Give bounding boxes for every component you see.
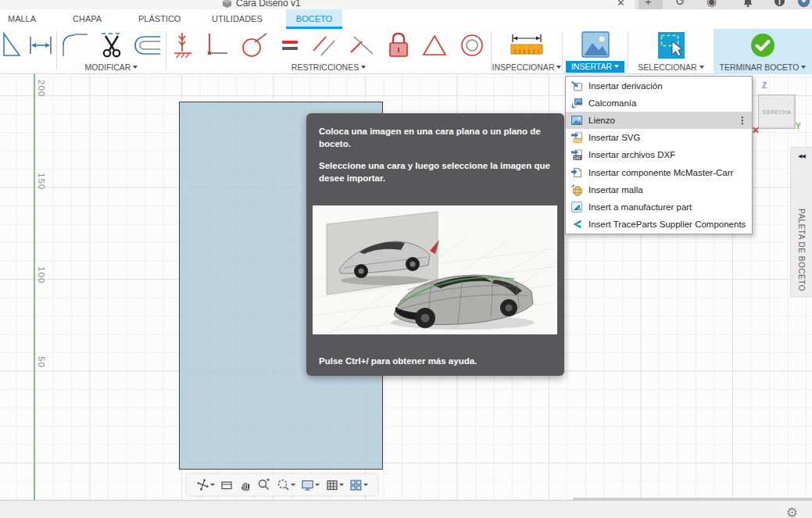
look-at-icon[interactable] — [220, 479, 233, 491]
chevron-down-icon — [699, 66, 704, 69]
measure-ruler-icon[interactable] — [508, 32, 546, 59]
manufacturer-part-icon — [571, 201, 583, 213]
menu-item-insertar-malla[interactable]: Insertar malla — [566, 181, 752, 198]
trim-scissors-icon[interactable] — [95, 31, 127, 59]
tooltip-paragraph: Seleccione una cara y luego seleccione l… — [319, 160, 553, 184]
pan-icon[interactable] — [239, 479, 252, 491]
axis-z-label: Z — [762, 81, 767, 90]
toolbar-group-inspeccionar: INSPECCIONAR — [492, 29, 562, 74]
tooltip-paragraph: Coloca una imagen en una cara plana o un… — [319, 126, 553, 150]
traceparts-icon — [571, 218, 583, 230]
orbit-icon[interactable] — [196, 478, 215, 491]
ruler-label: 100 — [37, 266, 46, 284]
toolbar-group-restricciones: RESTRICCIONES — [166, 29, 491, 74]
more-options-icon[interactable]: ⋮ — [738, 116, 747, 124]
menu-item-label: Insertar archivos DXF — [588, 150, 675, 159]
toolbar-tab-bar: MALLA CHAPA PLÁSTICO UTILIDADES BOCETO — [0, 9, 812, 29]
menu-item-calcomania[interactable]: Calcomanía — [566, 95, 752, 112]
equal-constraint-icon[interactable] — [278, 34, 302, 57]
menu-item-insertar-dxf[interactable]: DXF Insertar archivos DXF — [566, 146, 752, 163]
insert-mesh-icon — [571, 184, 583, 196]
menu-item-traceparts[interactable]: Insert TraceParts Supplier Components — [566, 216, 752, 233]
view-cube[interactable]: Z DERECHA Y — [749, 81, 812, 136]
notifications-bell-icon[interactable] — [742, 0, 753, 8]
menu-item-insertar-derivacion[interactable]: Insertar derivación — [566, 77, 752, 95]
sketch-palette-label: PALETA DE BOCETO — [797, 209, 806, 291]
chevron-down-icon — [801, 66, 806, 69]
tooltip-footer: Pulse Ctrl+/ para obtener más ayuda. — [319, 355, 477, 368]
menu-item-lienzo[interactable]: Lienzo ⋮ — [566, 112, 752, 129]
insert-derive-icon — [571, 80, 583, 92]
insertar-dropdown[interactable]: INSERTAR — [566, 61, 624, 73]
tangent-constraint-icon[interactable] — [239, 31, 269, 59]
lock-constraint-icon[interactable] — [385, 30, 412, 60]
restricciones-dropdown[interactable]: RESTRICCIONES — [166, 63, 491, 72]
seleccionar-dropdown[interactable]: SELECCIONAR — [628, 63, 714, 72]
fusion-window: Cara Diseño v1 ✕ + ↺ ◉ MALLA CHAPA PLÁST… — [0, 0, 812, 518]
perpendicular-constraint-icon[interactable] — [203, 31, 230, 59]
sketch-dimension-icon[interactable] — [27, 32, 54, 59]
mcmaster-icon — [571, 166, 583, 179]
help-info-icon[interactable] — [774, 0, 785, 7]
toolbar-group-seleccionar: SELECCIONAR — [628, 29, 714, 74]
inspeccionar-dropdown[interactable]: INSPECCIONAR — [492, 63, 562, 72]
menu-item-label: Insertar SVG — [588, 133, 640, 142]
offset-icon[interactable] — [132, 32, 163, 59]
symmetry-constraint-icon[interactable] — [420, 32, 449, 59]
menu-item-insertar-svg[interactable]: SVG Insertar SVG — [566, 129, 752, 146]
fillet-icon[interactable] — [60, 32, 90, 59]
title-bar: Cara Diseño v1 ✕ + ↺ ◉ — [0, 0, 812, 9]
midpoint-constraint-icon[interactable] — [348, 32, 376, 59]
tab-malla[interactable]: MALLA — [8, 9, 36, 29]
zoom-icon[interactable] — [257, 478, 270, 491]
finish-check-icon[interactable] — [749, 32, 776, 59]
chevron-down-icon — [614, 65, 619, 68]
insert-dropdown-menu: Insertar derivación Calcomanía — [565, 76, 753, 234]
collapse-panel-icon[interactable]: ◀◀ — [791, 153, 812, 159]
zoom-window-icon[interactable] — [277, 478, 295, 491]
select-tool-icon[interactable] — [656, 30, 686, 60]
document-title: Cara Diseño v1 — [222, 0, 301, 9]
display-settings-icon[interactable] — [301, 479, 320, 491]
modificar-dropdown[interactable]: MODIFICAR — [57, 63, 166, 72]
record-icon[interactable]: ◉ — [706, 0, 717, 8]
tab-plastico[interactable]: PLÁSTICO — [138, 9, 181, 29]
app-header-strip: + ↺ ◉ — [635, 0, 812, 9]
tab-boceto[interactable]: BOCETO — [286, 9, 342, 29]
gear-icon[interactable]: ⚙ — [786, 505, 798, 518]
ruler-label: 50 — [37, 356, 46, 368]
menu-item-label: Insert a manufacturer part — [588, 202, 692, 212]
axis-y-label: Y — [796, 122, 801, 130]
tab-utilidades[interactable]: UTILIDADES — [212, 9, 263, 29]
chevron-down-icon — [556, 66, 561, 69]
canvas-icon — [571, 114, 583, 127]
tab-chapa[interactable]: CHAPA — [73, 9, 102, 29]
document-cube-icon — [222, 0, 232, 9]
viewports-icon[interactable] — [349, 479, 368, 491]
menu-item-mcmaster[interactable]: Insertar componente McMaster-Carr — [566, 163, 752, 180]
grid-settings-icon[interactable] — [326, 479, 344, 491]
finish-sketch-section[interactable]: TERMINAR BOCETO — [714, 29, 812, 74]
fix-constraint-icon[interactable] — [171, 31, 195, 59]
menu-item-label: Insertar componente McMaster-Carr — [588, 168, 733, 177]
insert-svg-icon: SVG — [571, 131, 583, 144]
menu-item-label: Calcomanía — [588, 98, 636, 108]
decal-icon — [571, 97, 583, 109]
plus-icon[interactable]: + — [645, 0, 652, 8]
y-axis-line — [34, 74, 35, 500]
close-icon[interactable]: ✕ — [617, 0, 625, 9]
undo-icon[interactable]: ↺ — [675, 0, 685, 8]
triangle-tool-icon[interactable] — [2, 32, 23, 59]
svg-text:DXF: DXF — [574, 156, 581, 160]
toolbar-group-insertar: INSERTAR — [563, 29, 628, 74]
concentric-constraint-icon[interactable] — [458, 31, 486, 59]
user-avatar[interactable] — [798, 0, 810, 7]
timeline-scrollbar[interactable] — [573, 498, 812, 501]
parallel-constraint-icon[interactable] — [310, 32, 338, 59]
insert-canvas-icon[interactable] — [580, 30, 611, 59]
terminar-boceto-dropdown[interactable]: TERMINAR BOCETO — [714, 63, 812, 72]
view-cube-face[interactable]: DERECHA — [758, 95, 796, 129]
sketch-palette-tab[interactable]: ◀◀ PALETA DE BOCETO — [790, 147, 812, 297]
svg-text:SVG: SVG — [574, 139, 581, 143]
menu-item-manufacturer-part[interactable]: Insert a manufacturer part — [566, 198, 752, 216]
